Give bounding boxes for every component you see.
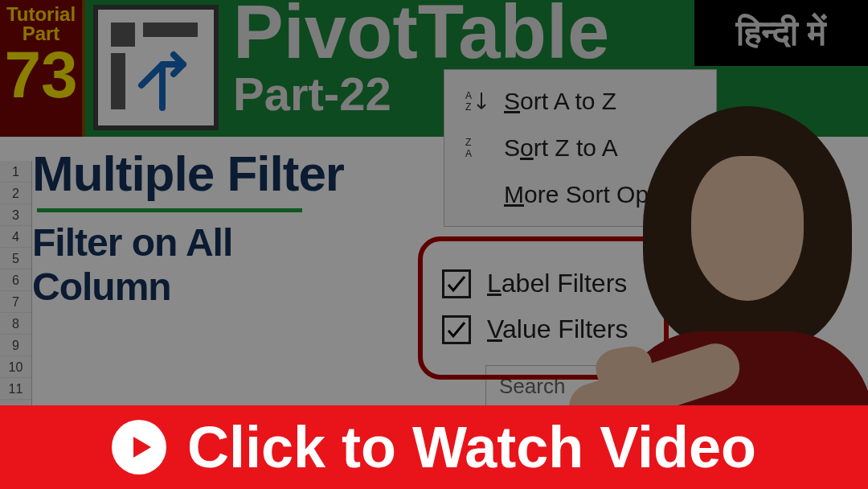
svg-rect-1 [111, 23, 135, 47]
tutorial-label-1: Tutorial [6, 5, 76, 24]
svg-rect-3 [111, 53, 125, 109]
play-icon [112, 420, 166, 475]
svg-text:A: A [465, 90, 472, 101]
divider [37, 208, 302, 212]
language-badge: हिन्दी में [694, 0, 868, 66]
svg-rect-2 [143, 23, 198, 37]
row-number[interactable]: 1 [0, 161, 31, 183]
row-number[interactable]: 2 [0, 183, 31, 204]
sort-desc-icon: Z A [462, 136, 489, 160]
svg-text:Z: Z [465, 137, 471, 148]
tutorial-number: 73 [4, 42, 77, 108]
row-number[interactable]: 11 [0, 378, 31, 400]
row-number[interactable]: 9 [0, 335, 31, 356]
svg-text:Z: Z [465, 101, 471, 113]
row-number[interactable]: 10 [0, 356, 31, 378]
row-number[interactable]: 6 [0, 269, 31, 291]
slide-heading-2b: Column [32, 265, 450, 309]
slide-heading-2a: Filter on All [32, 220, 450, 265]
tutorial-badge: Tutorial Part 73 [0, 0, 85, 137]
cta-text: Click to Watch Video [187, 414, 756, 480]
row-number[interactable]: 5 [0, 248, 31, 269]
slide-heading-1: Multiple Filter [32, 145, 450, 202]
row-number[interactable]: 3 [0, 204, 31, 226]
svg-text:A: A [465, 148, 472, 159]
language-label: हिन्दी में [736, 13, 826, 54]
checkbox-checked-icon[interactable] [442, 315, 471, 344]
row-number[interactable]: 7 [0, 291, 31, 313]
sort-asc-icon: A Z [462, 89, 489, 113]
pivot-table-icon [93, 5, 219, 130]
row-number[interactable]: 8 [0, 313, 31, 335]
cta-banner[interactable]: Click to Watch Video [0, 405, 868, 489]
presenter-image [598, 106, 868, 428]
row-number[interactable]: 4 [0, 226, 31, 248]
title-main: PivotTable [233, 0, 609, 71]
checkbox-checked-icon[interactable] [442, 269, 471, 298]
